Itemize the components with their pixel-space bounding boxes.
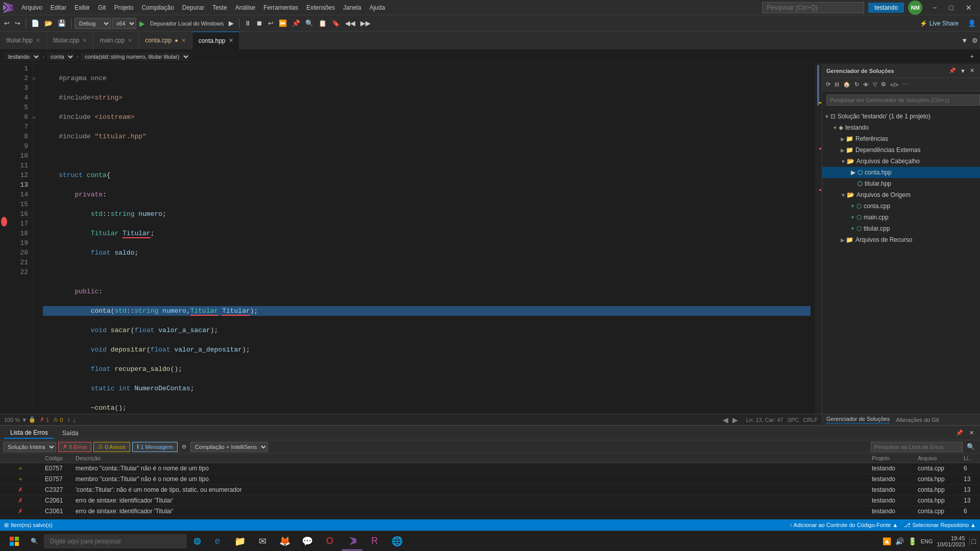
taskbar-edge[interactable]: e [207, 532, 228, 550]
sol-refresh-btn[interactable]: ↻ [853, 81, 861, 88]
warning-count[interactable]: ⚠ 0 [53, 416, 63, 423]
sol-filter-btn[interactable]: ▽ [871, 81, 878, 88]
menu-ferramentas[interactable]: Ferramentas [259, 2, 302, 13]
toolbar-debug3[interactable]: ↩ [266, 17, 276, 30]
sol-code-btn[interactable]: </> [889, 81, 900, 88]
error-row-2[interactable]: ✗ C2327 'conta::Titular': não é um nome … [0, 485, 980, 495]
tab-titular-hpp[interactable]: titular.hpp ✕ [0, 32, 47, 49]
tree-recurso[interactable]: ▶ 📁 Arquivos de Recurso [822, 234, 980, 245]
platform-select[interactable]: x64 x86 [112, 18, 136, 29]
editor-scrollbar-y[interactable] [815, 64, 822, 414]
tab-conta-hpp[interactable]: conta.hpp ✕ [192, 32, 240, 49]
taskbar-chrome[interactable]: 🌐 [387, 532, 407, 550]
nav-down-btn[interactable]: ↓ [72, 416, 76, 424]
clear-filter-btn[interactable]: ⊖ [180, 440, 188, 454]
taskbar-search-input[interactable] [44, 534, 187, 548]
tab-lista-erros[interactable]: Lista de Erros [4, 428, 54, 439]
tab-conta-cpp[interactable]: conta.cpp ● ✕ [139, 32, 192, 49]
debug-config-select[interactable]: Debug Release [75, 18, 111, 29]
menu-analise[interactable]: Análise [231, 2, 259, 13]
close-btn[interactable]: ✕ [960, 2, 978, 14]
toolbar-user-btn[interactable]: 👤 [966, 17, 978, 30]
menu-projeto[interactable]: Projeto [110, 2, 137, 13]
errors-filter-btn[interactable]: ✗ 8 Erros [58, 442, 91, 452]
close-tab-titular-cpp[interactable]: ✕ [82, 37, 87, 44]
close-tab-main-cpp[interactable]: ✕ [128, 37, 132, 44]
error-search-input[interactable] [871, 442, 963, 452]
toolbar-new-project[interactable]: 📄 [29, 17, 41, 30]
col-line-header[interactable]: Li.. [960, 454, 980, 463]
tree-titular-cpp[interactable]: + ⬡ titular.cpp [822, 223, 980, 234]
toolbar-debug4[interactable]: ⏩ [277, 17, 289, 30]
tab-titular-cpp[interactable]: titular.cpp ✕ [47, 32, 93, 49]
nav-add-btn[interactable]: + [968, 50, 976, 63]
toolbar-debug2[interactable]: ⏹ [254, 17, 265, 30]
tree-origem[interactable]: ▼ 📂 Arquivos de Origem [822, 189, 980, 201]
sol-pin-btn[interactable]: 📌 [947, 67, 958, 74]
taskbar-rider[interactable]: R [364, 532, 385, 550]
network-icon[interactable]: 🔼 [883, 537, 891, 545]
error-search-btn[interactable]: 🔍 [965, 440, 977, 454]
errors-table[interactable]: Código Descrição Projeto Arquivo Li.. ≈ … [0, 454, 980, 519]
show-desktop-btn[interactable]: □ [969, 537, 976, 545]
tree-dependencias[interactable]: ▶ 📁 Dependências Externas [822, 144, 980, 156]
project-breadcrumb[interactable]: testando [4, 53, 40, 61]
bottom-pin-btn[interactable]: 📌 [954, 427, 965, 440]
code-container[interactable]: 1 2 3 4 5 6 7 8 9 10 11 12 13 14 15 16 1… [0, 64, 822, 414]
run-target-btn[interactable]: Depurador Local do Windows [148, 17, 226, 30]
sol-properties-btn[interactable]: 🏠 [842, 81, 852, 88]
taskbar-firefox[interactable]: 🦊 [275, 532, 295, 550]
user-avatar[interactable]: NM [908, 1, 922, 15]
tree-main-cpp[interactable]: + ⬡ main.cpp [822, 212, 980, 223]
tab-settings-btn[interactable]: ⚙ [970, 34, 980, 47]
start-btn[interactable] [4, 532, 24, 550]
zoom-status[interactable]: 100 % ▼ 🔒 [4, 416, 36, 423]
sol-tab-explorer[interactable]: Gerenciador de Soluções [826, 416, 890, 423]
toolbar-undo[interactable]: ↩ [2, 17, 12, 30]
toolbar-open[interactable]: 📂 [42, 17, 55, 30]
error-row-0[interactable]: ≈ E0757 membro "conta::Titular" não é o … [0, 463, 980, 474]
source-control-btn[interactable]: ↑ Adicionar ao Controle do Código-Fonte … [790, 522, 898, 528]
tree-solution[interactable]: ▼ ⊡ Solução 'testando' (1 de 1 projeto) [822, 111, 980, 122]
tree-titular-hpp[interactable]: ▶ ⬡ titular.hpp [822, 178, 980, 189]
taskbar-mail[interactable]: ✉ [252, 532, 273, 550]
search-taskbar-btn[interactable]: 🔍 [27, 532, 42, 550]
tree-conta-cpp[interactable]: + ⬡ conta.cpp [822, 201, 980, 212]
bottom-close-btn[interactable]: ✕ [967, 427, 976, 440]
scroll-right-btn[interactable]: ▶ [732, 416, 738, 424]
sol-tab-git[interactable]: Alterações do Git [896, 417, 939, 423]
file-breadcrumb[interactable]: conta [46, 53, 75, 61]
menu-git[interactable]: Git [94, 2, 110, 13]
sol-extra-btn[interactable]: ⋯ [901, 81, 910, 88]
speaker-icon[interactable]: 🔊 [895, 537, 904, 545]
minimize-btn[interactable]: − [926, 2, 943, 14]
repo-btn[interactable]: ⎇ Selecionar Repositório ▲ [904, 522, 976, 529]
sol-settings-btn[interactable]: ⚙ [879, 81, 888, 88]
global-search-input[interactable] [762, 2, 864, 13]
error-row-3[interactable]: ✗ C2061 erro de sintaxe: identificador '… [0, 495, 980, 506]
scroll-left-btn[interactable]: ◀ [723, 416, 728, 424]
build-filter-select[interactable]: Compilação + IntelliSens [190, 442, 268, 452]
toolbar-debug10[interactable]: ▶▶ [358, 17, 373, 30]
col-code-header2[interactable]: Código [41, 454, 71, 463]
menu-extensoes[interactable]: Extensões [302, 2, 339, 13]
sol-collapse-btn[interactable]: ⊟ [833, 81, 841, 88]
menu-ajuda[interactable]: Ajuda [365, 2, 389, 13]
system-clock[interactable]: 19:45 10/01/2023 [937, 535, 965, 547]
toolbar-debug1[interactable]: ⏸ [242, 17, 253, 30]
tab-main-cpp[interactable]: main.cpp ✕ [93, 32, 139, 49]
run-btn[interactable]: ▶ [137, 17, 147, 30]
tree-project-testando[interactable]: ▼ ◈ testando [822, 122, 980, 133]
menu-editar[interactable]: Editar [46, 2, 70, 13]
sol-sync-btn[interactable]: ⟳ [824, 81, 832, 88]
tree-cabecalho[interactable]: ▼ 📂 Arquivos de Cabeçalho [822, 156, 980, 167]
col-desc-header[interactable]: Descrição [71, 454, 868, 463]
toolbar-debug8[interactable]: 🔖 [330, 17, 342, 30]
sol-menu-btn[interactable]: ▼ [959, 67, 967, 74]
taskbar-explorer[interactable]: 📁 [230, 532, 250, 550]
error-row-4[interactable]: ✗ C2061 erro de sintaxe: identificador '… [0, 506, 980, 517]
menu-teste[interactable]: Teste [208, 2, 231, 13]
menu-depurar[interactable]: Depurar [178, 2, 208, 13]
messages-filter-btn[interactable]: ℹ 1 Mensagem [132, 442, 178, 452]
sol-show-btn[interactable]: 👁 [862, 81, 870, 88]
